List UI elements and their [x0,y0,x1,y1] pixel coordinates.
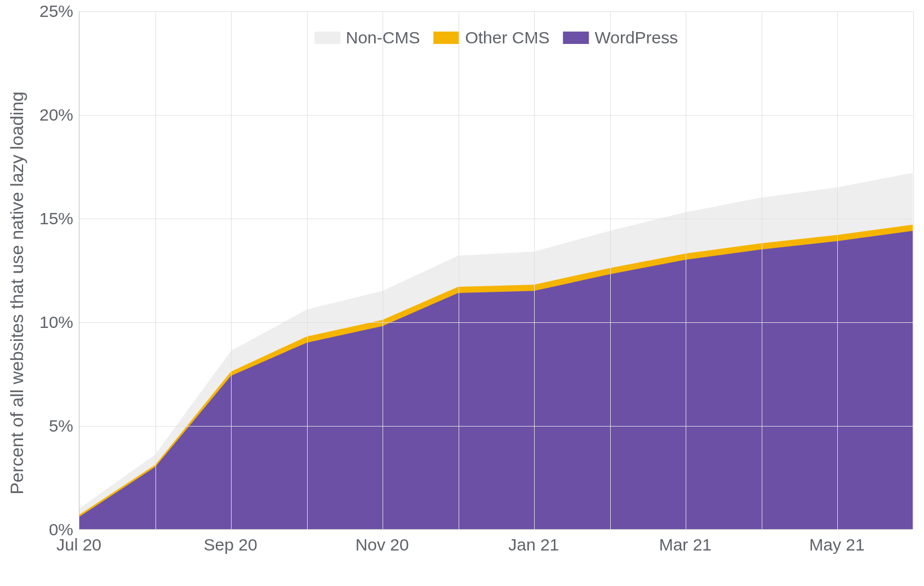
y-tick-label: 25% [39,2,73,21]
y-tick-label: 20% [39,105,73,125]
legend: Non-CMSOther CMSWordPress [311,27,682,48]
gridline-v [686,11,686,529]
gridline-v [231,11,232,529]
x-tick-label: May 21 [809,535,864,554]
gridline-h [79,11,913,12]
x-tick-label: Nov 20 [356,535,409,554]
chart-container: Percent of all websites that use native … [0,0,924,586]
legend-swatch [314,32,340,44]
y-tick-label: 15% [39,209,73,228]
gridline-v [913,11,914,529]
gridline-h [79,115,913,116]
gridline-v [762,11,762,529]
gridline-v [156,11,156,529]
gridline-v [534,11,535,529]
x-tick-label: Jan 21 [508,535,559,554]
gridline-v [307,11,308,529]
gridline-v [383,11,383,529]
legend-swatch [563,32,589,44]
chart-svg [79,11,913,529]
legend-item-non-cms: Non-CMS [314,28,420,47]
y-axis-title: Percent of all websites that use native … [7,91,28,494]
gridline-v [459,11,459,529]
legend-label: WordPress [594,28,678,47]
x-tick-label: Sep 20 [204,535,257,554]
legend-item-wordpress: WordPress [563,28,678,47]
plot-area: Non-CMSOther CMSWordPress [79,11,913,530]
legend-label: Other CMS [465,28,549,47]
gridline-h [79,426,913,427]
y-tick-label: 10% [39,313,73,332]
x-tick-label: Mar 21 [659,535,712,554]
gridline-v [610,11,611,529]
gridline-h [79,219,913,219]
x-tick-label: Jul 20 [56,535,101,554]
legend-item-other-cms: Other CMS [433,28,549,47]
gridline-h [79,322,913,323]
legend-swatch [433,32,459,44]
gridline-v [837,11,838,529]
y-tick-label: 5% [49,416,73,436]
